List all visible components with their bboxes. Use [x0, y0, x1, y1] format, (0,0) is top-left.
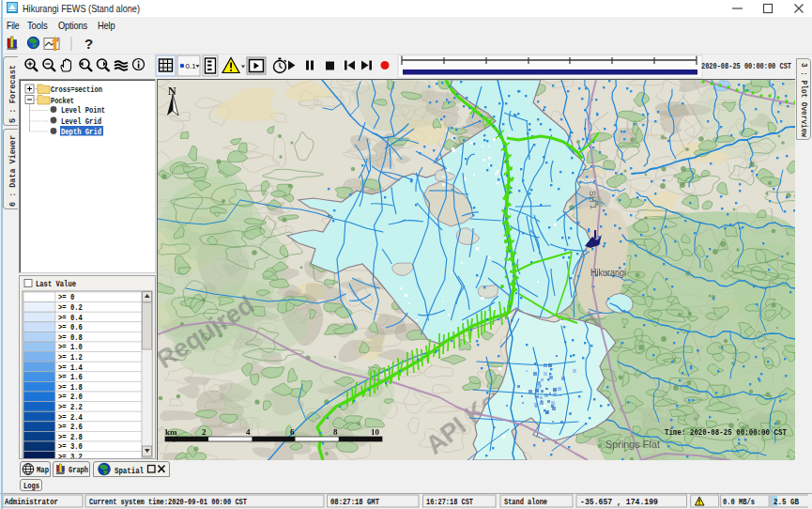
- svg-text:Tools: Tools: [27, 20, 48, 31]
- svg-text:10: 10: [371, 427, 380, 437]
- svg-text:Options: Options: [58, 20, 88, 31]
- svg-text:Current system time:2020-09-01: Current system time:2020-09-01 00:00 CST: [89, 497, 247, 507]
- svg-text:km: km: [165, 427, 177, 437]
- svg-text:Logs: Logs: [23, 482, 39, 491]
- svg-text:Map: Map: [37, 466, 49, 475]
- svg-text:5 : Forecast: 5 : Forecast: [8, 65, 18, 123]
- svg-text:4: 4: [246, 427, 251, 437]
- svg-text:>= 3.0: >= 3.0: [58, 442, 83, 452]
- svg-text:8: 8: [333, 427, 338, 437]
- svg-text:>= 1.0: >= 1.0: [58, 343, 83, 352]
- svg-text:>= 2.6: >= 2.6: [58, 423, 83, 432]
- svg-text:Graph: Graph: [69, 466, 88, 475]
- svg-text:6: 6: [290, 427, 295, 437]
- svg-text:?: ?: [84, 36, 93, 52]
- svg-text:>= 0.4: >= 0.4: [58, 314, 83, 323]
- svg-text:0.1: 0.1: [186, 62, 197, 70]
- svg-text:>= 0.2: >= 0.2: [58, 303, 83, 313]
- svg-text:>= 0: >= 0: [58, 293, 74, 302]
- svg-text:Level Point: Level Point: [61, 106, 105, 116]
- svg-text:Depth Grid: Depth Grid: [61, 128, 101, 137]
- svg-text:>= 1.2: >= 1.2: [58, 353, 83, 362]
- svg-text:Spatial: Spatial: [115, 467, 144, 476]
- svg-text:>= 1.4: >= 1.4: [58, 363, 83, 373]
- svg-text:Time: 2020-08-25 00:00:00 CST: Time: 2020-08-25 00:00:00 CST: [665, 427, 787, 438]
- svg-text:Level Grid: Level Grid: [61, 117, 101, 127]
- svg-text:>= 1.8: >= 1.8: [58, 383, 83, 393]
- svg-text:2: 2: [202, 427, 207, 437]
- svg-text:>= 2.2: >= 2.2: [58, 403, 83, 412]
- svg-text:3 : Plot Overview: 3 : Plot Overview: [799, 63, 808, 138]
- svg-text:Stand alone: Stand alone: [504, 497, 547, 507]
- svg-text:16:27:18 CST: 16:27:18 CST: [426, 497, 473, 507]
- svg-text:>= 0.8: >= 0.8: [58, 333, 83, 343]
- svg-text:Springs Flat: Springs Flat: [605, 439, 660, 450]
- svg-text:>= 1.6: >= 1.6: [58, 373, 83, 382]
- svg-text:2020-08-25 00:00:00 CST: 2020-08-25 00:00:00 CST: [701, 62, 791, 71]
- svg-text:>= 0.6: >= 0.6: [58, 323, 83, 332]
- svg-text:Last Value: Last Value: [36, 280, 76, 289]
- svg-text:6 : Data Viewer: 6 : Data Viewer: [8, 135, 18, 207]
- svg-text:>= 2.4: >= 2.4: [58, 413, 83, 423]
- svg-text:2.5 GB: 2.5 GB: [774, 497, 799, 507]
- svg-text:File: File: [7, 20, 20, 31]
- svg-text:08:27:18 GMT: 08:27:18 GMT: [330, 497, 379, 507]
- svg-text:>= 2.8: >= 2.8: [58, 433, 83, 442]
- svg-text:Cross=section: Cross=section: [51, 85, 102, 95]
- svg-text:Hikurangi: Hikurangi: [590, 268, 626, 278]
- svg-text:Administrator: Administrator: [5, 497, 58, 507]
- svg-text:N: N: [168, 85, 176, 98]
- svg-text:-35.657 , 174.199: -35.657 , 174.199: [580, 497, 658, 507]
- svg-text:>= 3.2: >= 3.2: [58, 453, 83, 458]
- svg-text:SH 1: SH 1: [588, 191, 598, 210]
- svg-text:Pocket: Pocket: [51, 97, 74, 106]
- svg-text:0.0 MB/s: 0.0 MB/s: [723, 497, 755, 507]
- svg-text:Help: Help: [98, 20, 115, 31]
- svg-text:Hikurangi FEWS (Stand alone): Hikurangi FEWS (Stand alone): [23, 3, 140, 14]
- svg-text:>= 2.0: >= 2.0: [58, 393, 83, 402]
